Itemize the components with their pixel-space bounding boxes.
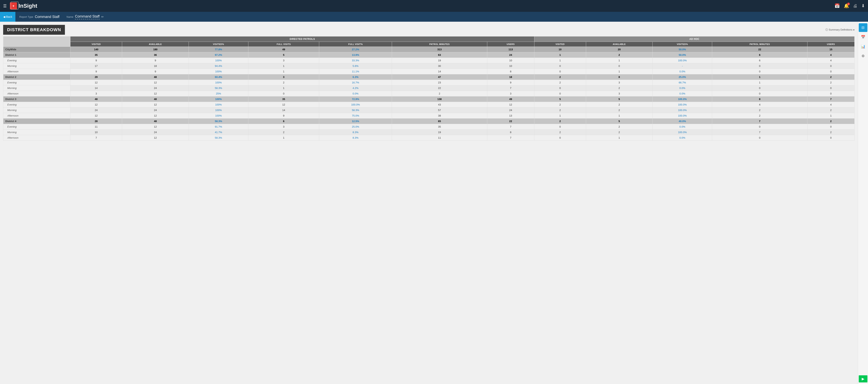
logo-area: + InSight (10, 2, 37, 9)
dp-cell: 3 (248, 124, 319, 130)
col-visited-pct-ah: VISITED% (653, 42, 712, 47)
ah-cell: 0 (807, 135, 855, 140)
subheader: ◀ Back Report Type Command Staff Name Co… (0, 12, 868, 22)
main-layout: DISTRICT BREAKDOWN ⓘ Summary Definitions… (0, 22, 868, 384)
ah-cell: 1 (586, 113, 653, 119)
dp-cell: 10 (487, 63, 534, 69)
expand-sidebar-button[interactable]: ▶ (859, 375, 867, 382)
dp-cell: 58.3% (189, 86, 248, 91)
table-row: Morning102441.7%28.3%19822100.0%72 (3, 130, 855, 135)
ah-cell: 1 (586, 135, 653, 140)
dp-cell: 65 (392, 119, 487, 124)
ah-cell: 7 (712, 119, 807, 124)
dp-cell: 5.6% (319, 63, 392, 69)
dp-cell: 100% (189, 96, 248, 102)
calendar-sidebar-icon[interactable]: 📅 (859, 33, 867, 41)
download-icon[interactable]: ⬇ (861, 3, 865, 8)
dp-cell: 3 (487, 91, 534, 96)
dp-cell: 97.2% (189, 52, 248, 58)
ah-cell: 2 (807, 119, 855, 124)
dp-cell: 48 (122, 74, 189, 80)
section-header: DISTRICT BREAKDOWN ⓘ Summary Definitions… (3, 25, 855, 35)
col-visited-pct-dp: VISITED% (189, 42, 248, 47)
table-row: Afternoon31225%00.0%23030.0%00 (3, 91, 855, 96)
ah-cell: 2 (586, 102, 653, 107)
dp-cell: 35 (248, 96, 319, 102)
ah-cell: 1 (586, 58, 653, 63)
ah-cell: 2 (807, 130, 855, 135)
summary-definitions-button[interactable]: ⓘ Summary Definitions ▾ (826, 28, 855, 32)
ah-cell: 2 (807, 80, 855, 86)
table-row: Morning142458.3%14.2%227020.0%00 (3, 86, 855, 91)
ah-cell: 0 (534, 86, 586, 91)
ah-cell: 3 (586, 80, 653, 86)
dp-cell: 58.3% (189, 119, 248, 124)
calendar-nav-icon[interactable]: 📅 (834, 3, 840, 8)
top-nav: ☰ + InSight 📅 🔔 1 🖨 ⬇ (0, 0, 868, 12)
row-label: Morning (3, 107, 70, 113)
ah-cell: 2 (807, 107, 855, 113)
ah-cell: 2 (586, 124, 653, 130)
district-breakdown-table: DIRECTED PATROLS AD HOC VISITED AVAILABL… (3, 36, 855, 140)
filter-sidebar-icon[interactable]: ⊟ (859, 23, 867, 32)
dp-cell: 22 (392, 86, 487, 91)
table-row: Morning2424100%1458.3%572422100.0%22 (3, 107, 855, 113)
dp-cell: 48 (122, 96, 189, 102)
print-icon[interactable]: 🖨 (853, 3, 857, 8)
name-value[interactable]: Command Staff (75, 14, 100, 19)
dp-cell: 63 (392, 52, 487, 58)
dp-cell: 75.0% (319, 113, 392, 119)
col-patrol-minutes-ah: PATROL MINUTES (712, 42, 807, 47)
ah-cell: 8 (712, 96, 807, 102)
dp-cell: 140 (70, 47, 122, 52)
row-label: Morning (3, 130, 70, 135)
dp-cell: 10 (487, 58, 534, 63)
ah-cell: 0.0% (653, 124, 712, 130)
dp-cell: 72.9% (319, 96, 392, 102)
dp-cell: 9 (248, 113, 319, 119)
edit-icon[interactable]: ✏ (101, 15, 104, 19)
dp-cell: 10 (70, 130, 122, 135)
ah-cell: 4 (807, 102, 855, 107)
dp-cell: 8 (487, 69, 534, 74)
ah-cell: 100.0% (653, 102, 712, 107)
ah-cell: 0 (807, 124, 855, 130)
dp-cell: 29 (70, 74, 122, 80)
ah-cell: 8 (586, 74, 653, 80)
ah-cell: 2 (534, 74, 586, 80)
dp-cell: 9 (70, 58, 122, 63)
dp-cell: 25% (189, 91, 248, 96)
dp-cell: 100% (189, 80, 248, 86)
ah-cell: 2 (586, 130, 653, 135)
dp-cell: 100% (189, 102, 248, 107)
dp-cell: 138 (392, 96, 487, 102)
dp-cell: 36 (122, 52, 189, 58)
col-full-visit-pct: FULL VISIT% (319, 42, 392, 47)
row-label: CityWide (3, 47, 70, 52)
back-button[interactable]: ◀ Back (0, 12, 16, 22)
dp-cell: 14 (392, 69, 487, 74)
ah-cell: 0 (534, 91, 586, 96)
settings-sidebar-icon[interactable]: ⚙ (859, 52, 867, 60)
table-row: Evening1212100%216.7%2392366.7%12 (3, 80, 855, 86)
dp-cell: 100% (189, 113, 248, 119)
dp-cell: 100.0% (319, 102, 392, 107)
ah-cell: 2 (586, 86, 653, 91)
dp-cell: 19 (392, 58, 487, 63)
subheader-info: Report Type Command Staff (16, 15, 63, 19)
ah-cell: 2 (807, 74, 855, 80)
menu-icon[interactable]: ☰ (3, 4, 7, 8)
ah-cell: 5 (586, 119, 653, 124)
dp-cell: 3 (70, 91, 122, 96)
ah-cell: 2 (712, 113, 807, 119)
dp-cell: 14 (248, 107, 319, 113)
chart-sidebar-icon[interactable]: 📊 (859, 42, 867, 51)
ah-cell: 6 (712, 58, 807, 63)
name-label: Name (66, 15, 73, 18)
row-label: District 3 (3, 96, 70, 102)
ah-cell: 1 (534, 52, 586, 58)
col-users-dp: USERS (487, 42, 534, 47)
ah-cell: 100.0% (653, 96, 712, 102)
dp-cell: 7 (487, 135, 534, 140)
dp-cell: 0.0% (319, 91, 392, 96)
